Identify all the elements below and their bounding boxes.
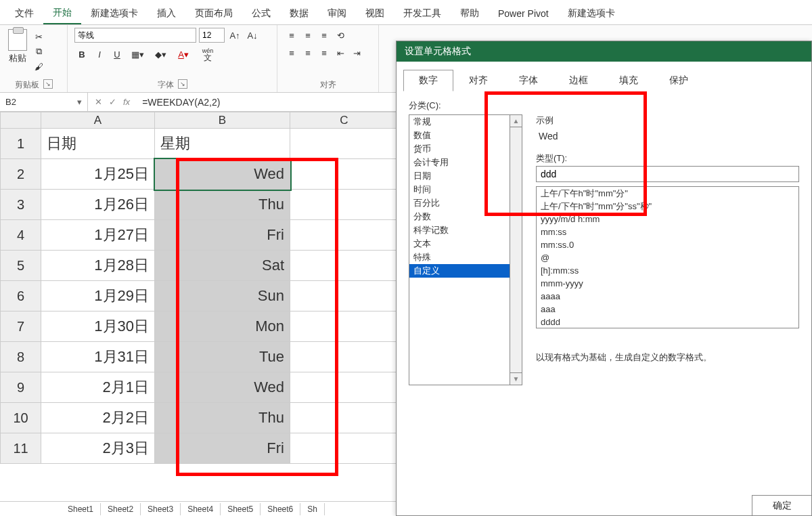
dlg-tab-font[interactable]: 字体 bbox=[503, 70, 554, 91]
cell[interactable] bbox=[290, 159, 399, 190]
underline-icon[interactable]: U bbox=[110, 47, 125, 62]
type-item[interactable]: mmm-yyyy bbox=[537, 277, 798, 290]
cell[interactable]: 1月29日 bbox=[41, 281, 155, 311]
type-item[interactable]: mm:ss.0 bbox=[537, 238, 798, 251]
cell[interactable]: 2月2日 bbox=[41, 403, 155, 433]
align-left-icon[interactable]: ≡ bbox=[284, 45, 299, 60]
type-item[interactable]: aaa bbox=[537, 303, 798, 316]
align-top-icon[interactable]: ≡ bbox=[284, 28, 299, 43]
font-launcher-icon[interactable]: ↘ bbox=[178, 79, 187, 89]
category-item[interactable]: 分数 bbox=[409, 210, 510, 223]
sheet-tab[interactable]: Sheet1 bbox=[61, 503, 101, 515]
type-item[interactable]: dddd bbox=[537, 316, 798, 328]
align-center-icon[interactable]: ≡ bbox=[300, 45, 315, 60]
category-item-selected[interactable]: 自定义 bbox=[409, 264, 510, 278]
category-item[interactable]: 货币 bbox=[409, 142, 510, 156]
cell[interactable]: 2月1日 bbox=[41, 372, 155, 403]
cell[interactable]: Fri bbox=[155, 220, 290, 251]
col-header-b[interactable]: B bbox=[155, 112, 290, 129]
cell[interactable]: 2月3日 bbox=[41, 433, 155, 464]
dlg-tab-border[interactable]: 边框 bbox=[554, 70, 604, 91]
tab-newtab1[interactable]: 新建选项卡 bbox=[81, 3, 148, 24]
cell[interactable] bbox=[290, 251, 399, 281]
indent-left-icon[interactable]: ⇤ bbox=[333, 45, 348, 60]
paste-button[interactable]: 粘贴 bbox=[7, 28, 28, 66]
type-list[interactable]: 上午/下午h"时"mm"分" 上午/下午h"时"mm"分"ss"秒" yyyy/… bbox=[536, 186, 799, 328]
dlg-tab-fill[interactable]: 填充 bbox=[604, 70, 654, 91]
tab-file[interactable]: 文件 bbox=[5, 3, 43, 24]
select-all-corner[interactable] bbox=[1, 112, 41, 129]
sheet-tab[interactable]: Sheet6 bbox=[261, 503, 300, 515]
cell[interactable]: Mon bbox=[155, 311, 290, 342]
sheet-tab[interactable]: Sheet5 bbox=[221, 503, 261, 515]
row-header[interactable]: 1 bbox=[1, 129, 41, 159]
category-item[interactable]: 百分比 bbox=[409, 196, 510, 210]
tab-insert[interactable]: 插入 bbox=[148, 3, 185, 24]
cell[interactable]: Fri bbox=[155, 433, 290, 464]
bold-icon[interactable]: B bbox=[74, 47, 89, 62]
type-item[interactable]: 上午/下午h"时"mm"分" bbox=[537, 187, 798, 200]
col-header-a[interactable]: A bbox=[41, 112, 155, 129]
cell[interactable]: Tue bbox=[155, 342, 290, 372]
name-box[interactable]: B2 ▾ bbox=[0, 93, 88, 111]
cell[interactable] bbox=[290, 281, 399, 311]
sheet-tab[interactable]: Sheet2 bbox=[101, 503, 141, 515]
scroll-up-icon[interactable]: ▲ bbox=[510, 115, 522, 127]
row-header[interactable]: 3 bbox=[1, 190, 41, 220]
tab-dev[interactable]: 开发工具 bbox=[394, 3, 451, 24]
font-size-select[interactable] bbox=[199, 28, 225, 43]
row-header[interactable]: 6 bbox=[1, 281, 41, 311]
cell[interactable] bbox=[290, 129, 399, 159]
copy-icon[interactable]: ⧉ bbox=[32, 45, 45, 58]
tab-help[interactable]: 帮助 bbox=[451, 3, 489, 24]
cut-icon[interactable]: ✂ bbox=[32, 30, 45, 43]
align-middle-icon[interactable]: ≡ bbox=[300, 28, 315, 43]
category-item[interactable]: 日期 bbox=[409, 169, 510, 183]
cell[interactable] bbox=[290, 342, 399, 372]
font-name-select[interactable] bbox=[74, 28, 196, 43]
cell[interactable] bbox=[290, 190, 399, 220]
category-item[interactable]: 常规 bbox=[409, 115, 510, 129]
cell[interactable]: 1月26日 bbox=[41, 190, 155, 220]
cell[interactable]: 1月30日 bbox=[41, 311, 155, 342]
align-bottom-icon[interactable]: ≡ bbox=[317, 28, 332, 43]
name-box-dropdown-icon[interactable]: ▾ bbox=[77, 97, 82, 107]
sheet-tab[interactable]: Sh bbox=[300, 503, 325, 515]
sheet-tab[interactable]: Sheet4 bbox=[181, 503, 221, 515]
scroll-down-icon[interactable]: ▼ bbox=[510, 372, 522, 385]
cell[interactable]: 1月28日 bbox=[41, 251, 155, 281]
cell[interactable] bbox=[290, 311, 399, 342]
tab-formulas[interactable]: 公式 bbox=[242, 3, 280, 24]
worksheet-grid[interactable]: A B C 1 日期 星期 21月25日Wed 31月26日Thu 41月27日… bbox=[0, 112, 399, 464]
cell[interactable]: 星期 bbox=[155, 129, 290, 159]
tab-review[interactable]: 审阅 bbox=[318, 3, 356, 24]
dlg-tab-number[interactable]: 数字 bbox=[403, 70, 453, 91]
type-item[interactable]: yyyy/m/d h:mm bbox=[537, 213, 798, 225]
cell[interactable]: 1月27日 bbox=[41, 220, 155, 251]
indent-right-icon[interactable]: ⇥ bbox=[349, 45, 364, 60]
tab-layout[interactable]: 页面布局 bbox=[185, 3, 242, 24]
cancel-formula-icon[interactable]: ✕ bbox=[95, 97, 102, 107]
row-header[interactable]: 9 bbox=[1, 372, 41, 403]
row-header[interactable]: 7 bbox=[1, 311, 41, 342]
type-item[interactable]: mm:ss bbox=[537, 225, 798, 238]
italic-icon[interactable]: I bbox=[92, 47, 107, 62]
border-icon[interactable]: ▦▾ bbox=[127, 47, 148, 62]
cell[interactable]: 1月31日 bbox=[41, 342, 155, 372]
category-item[interactable]: 文本 bbox=[409, 237, 510, 251]
tab-view[interactable]: 视图 bbox=[356, 3, 394, 24]
cell[interactable]: 日期 bbox=[41, 129, 155, 159]
cell[interactable]: Sun bbox=[155, 281, 290, 311]
tab-data[interactable]: 数据 bbox=[280, 3, 318, 24]
tab-powerpivot[interactable]: Power Pivot bbox=[489, 4, 558, 23]
tab-newtab2[interactable]: 新建选项卡 bbox=[558, 3, 625, 24]
cell[interactable]: Sat bbox=[155, 251, 290, 281]
category-scrollbar[interactable]: ▲ ▼ bbox=[510, 114, 522, 385]
cell[interactable]: Thu bbox=[155, 403, 290, 433]
category-item[interactable]: 时间 bbox=[409, 183, 510, 196]
ok-button[interactable]: 确定 bbox=[752, 495, 811, 515]
type-item[interactable]: aaaa bbox=[537, 290, 798, 303]
row-header[interactable]: 8 bbox=[1, 342, 41, 372]
row-header[interactable]: 11 bbox=[1, 433, 41, 464]
format-painter-icon[interactable]: 🖌 bbox=[32, 60, 45, 72]
